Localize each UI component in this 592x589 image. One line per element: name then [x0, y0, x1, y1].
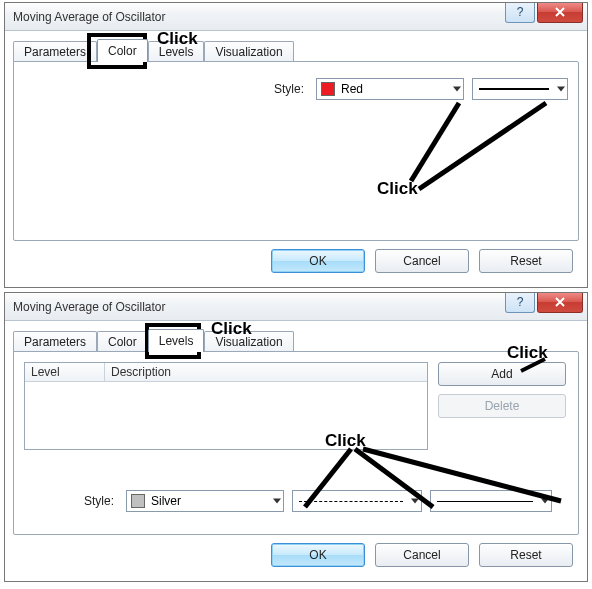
column-description[interactable]: Description — [105, 363, 427, 381]
help-icon: ? — [517, 5, 524, 19]
title-bar: Moving Average of Oscillator ? — [5, 3, 587, 31]
tab-levels[interactable]: Levels — [148, 329, 205, 352]
color-select-value: Silver — [151, 494, 279, 508]
color-select-value: Red — [341, 82, 459, 96]
chevron-down-icon — [541, 499, 549, 504]
client-area: Parameters Color Levels Visualization Le… — [5, 321, 587, 581]
dialog-button-row: OK Cancel Reset — [13, 241, 579, 279]
window-title: Moving Average of Oscillator — [13, 10, 503, 24]
tab-color[interactable]: Color — [97, 331, 148, 352]
color-swatch-icon — [131, 494, 145, 508]
dialog-button-row: OK Cancel Reset — [13, 535, 579, 573]
cancel-button[interactable]: Cancel — [375, 249, 469, 273]
ok-button[interactable]: OK — [271, 543, 365, 567]
style-label: Style: — [274, 82, 304, 96]
tab-strip: Parameters Color Levels Visualization — [13, 37, 579, 61]
tab-visualization[interactable]: Visualization — [204, 41, 293, 62]
dialog-levels-tab: Moving Average of Oscillator ? Parameter… — [4, 292, 588, 582]
tab-parameters[interactable]: Parameters — [13, 331, 97, 352]
listview-header: Level Description — [25, 363, 427, 382]
window-title: Moving Average of Oscillator — [13, 300, 503, 314]
dashed-line-icon — [299, 501, 403, 502]
levels-list-wrap: Level Description Add Delete — [24, 362, 568, 450]
chevron-down-icon — [411, 499, 419, 504]
close-button[interactable] — [537, 293, 583, 313]
help-button[interactable]: ? — [505, 293, 535, 313]
close-icon — [554, 7, 566, 17]
cancel-button[interactable]: Cancel — [375, 543, 469, 567]
reset-button[interactable]: Reset — [479, 543, 573, 567]
color-select[interactable]: Silver — [126, 490, 284, 512]
line-sample-icon — [479, 88, 549, 90]
chevron-down-icon — [453, 87, 461, 92]
dialog-color-tab: Moving Average of Oscillator ? Parameter… — [4, 2, 588, 288]
tab-body-color: Style: Red — [13, 61, 579, 241]
close-button[interactable] — [537, 3, 583, 23]
line-pattern-select[interactable] — [292, 490, 422, 512]
tab-color[interactable]: Color — [97, 39, 148, 62]
column-level[interactable]: Level — [25, 363, 105, 381]
style-label: Style: — [84, 494, 114, 508]
levels-listview[interactable]: Level Description — [24, 362, 428, 450]
tab-visualization[interactable]: Visualization — [204, 331, 293, 352]
help-icon: ? — [517, 295, 524, 309]
reset-button[interactable]: Reset — [479, 249, 573, 273]
tab-body-levels: Level Description Add Delete Style: Silv… — [13, 351, 579, 535]
tab-levels[interactable]: Levels — [148, 41, 205, 62]
add-button[interactable]: Add — [438, 362, 566, 386]
tab-parameters[interactable]: Parameters — [13, 41, 97, 62]
delete-button: Delete — [438, 394, 566, 418]
thin-line-icon — [437, 501, 533, 502]
help-button[interactable]: ? — [505, 3, 535, 23]
color-select[interactable]: Red — [316, 78, 464, 100]
ok-button[interactable]: OK — [271, 249, 365, 273]
client-area: Parameters Color Levels Visualization St… — [5, 31, 587, 287]
line-weight-select[interactable] — [430, 490, 552, 512]
chevron-down-icon — [273, 499, 281, 504]
line-style-select[interactable] — [472, 78, 568, 100]
tab-strip: Parameters Color Levels Visualization — [13, 327, 579, 351]
close-icon — [554, 297, 566, 307]
title-bar: Moving Average of Oscillator ? — [5, 293, 587, 321]
chevron-down-icon — [557, 87, 565, 92]
color-swatch-icon — [321, 82, 335, 96]
levels-side-buttons: Add Delete — [438, 362, 568, 450]
